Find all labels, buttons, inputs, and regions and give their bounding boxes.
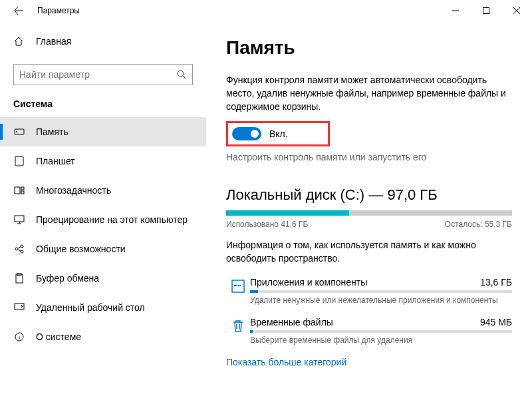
category-bar xyxy=(250,290,512,293)
sidebar-item-shared[interactable]: Общие возможности xyxy=(0,234,206,264)
svg-point-2 xyxy=(178,71,184,77)
sidebar-item-tablet[interactable]: Планшет xyxy=(0,146,206,176)
category-size: 13,6 ГБ xyxy=(480,277,512,288)
category-header: Система xyxy=(0,99,206,109)
category-temp[interactable]: Временные файлы 945 МБ Выберите временны… xyxy=(226,317,512,345)
disk-description: Информация о том, как используется памят… xyxy=(226,238,512,265)
disk-usage-bar xyxy=(226,210,512,216)
category-size: 945 МБ xyxy=(480,317,512,327)
search-input-container[interactable] xyxy=(13,64,193,85)
svg-point-13 xyxy=(21,245,23,248)
svg-rect-8 xyxy=(15,187,20,194)
category-name: Временные файлы xyxy=(250,317,333,327)
trash-icon xyxy=(226,317,250,334)
maximize-icon xyxy=(483,7,489,14)
svg-point-5 xyxy=(16,131,17,132)
sidebar: Главная Система Память Планшет Многозада… xyxy=(0,21,206,420)
disk-used-label: Использовано 41,6 ГБ xyxy=(226,220,308,229)
search-input[interactable] xyxy=(19,69,176,80)
disk-usage-fill xyxy=(226,210,349,216)
close-button[interactable] xyxy=(501,0,532,21)
sidebar-item-label: Проецирование на этот компьютер xyxy=(36,214,188,225)
svg-rect-1 xyxy=(483,8,489,14)
sidebar-item-label: Удаленный рабочий стол xyxy=(36,302,145,313)
svg-rect-9 xyxy=(21,187,24,190)
show-more-link[interactable]: Показать больше категорий xyxy=(226,357,512,367)
category-name: Приложения и компоненты xyxy=(250,277,367,288)
back-button[interactable] xyxy=(8,0,29,21)
svg-point-12 xyxy=(15,248,18,250)
maximize-button[interactable] xyxy=(471,0,501,21)
svg-rect-24 xyxy=(239,285,241,286)
sidebar-item-multitask[interactable]: Многозадачность xyxy=(0,176,206,205)
category-apps[interactable]: Приложения и компоненты 13,6 ГБ Удалите … xyxy=(226,277,512,305)
storage-icon xyxy=(13,126,25,137)
minimize-button[interactable] xyxy=(440,0,471,21)
sidebar-item-remote[interactable]: Удаленный рабочий стол xyxy=(0,293,206,322)
arrow-left-icon xyxy=(14,6,23,15)
search-icon xyxy=(176,69,187,80)
remote-icon xyxy=(13,302,25,313)
svg-rect-22 xyxy=(234,285,237,286)
sidebar-item-label: О системе xyxy=(36,331,81,342)
apps-icon xyxy=(226,277,250,294)
disk-free-label: Осталось: 55,3 ГБ xyxy=(445,220,512,229)
storage-sense-toggle[interactable] xyxy=(232,127,261,140)
multitask-icon xyxy=(13,185,25,196)
sidebar-item-label: Многозадачность xyxy=(36,185,111,196)
home-icon xyxy=(13,36,25,47)
toggle-label: Вкл. xyxy=(269,128,288,139)
projecting-icon xyxy=(13,214,25,225)
sidebar-item-about[interactable]: О системе xyxy=(0,322,206,351)
svg-rect-10 xyxy=(21,191,24,194)
svg-rect-11 xyxy=(15,216,24,222)
minimize-icon xyxy=(452,7,459,14)
svg-point-14 xyxy=(21,250,23,253)
category-hint: Удалите ненужные или нежелательные прило… xyxy=(250,296,512,305)
page-title: Память xyxy=(226,37,512,59)
sidebar-item-label: Буфер обмена xyxy=(36,273,99,284)
window-title: Параметры xyxy=(37,6,80,15)
sidebar-item-label: Планшет xyxy=(36,156,75,166)
svg-point-7 xyxy=(19,164,20,165)
sidebar-item-clipboard[interactable]: Буфер обмена xyxy=(0,264,206,293)
main-content: Память Функция контроля памяти может авт… xyxy=(206,21,532,420)
home-label: Главная xyxy=(36,36,71,47)
sidebar-item-label: Общие возможности xyxy=(36,244,126,254)
sidebar-item-storage[interactable]: Память xyxy=(0,117,206,146)
storage-sense-description: Функция контроля памяти может автоматиче… xyxy=(226,73,512,113)
shared-icon xyxy=(13,244,25,254)
highlight-annotation: Вкл. xyxy=(226,121,330,146)
clipboard-icon xyxy=(13,273,25,284)
close-icon xyxy=(513,7,520,14)
category-bar xyxy=(250,330,512,333)
about-icon xyxy=(13,331,25,342)
configure-link[interactable]: Настроить контроль памяти или запустить … xyxy=(226,152,512,162)
disk-title: Локальный диск (C:) — 97,0 ГБ xyxy=(226,186,512,204)
tablet-icon xyxy=(13,156,25,166)
home-nav[interactable]: Главная xyxy=(0,29,206,53)
svg-line-3 xyxy=(183,76,186,79)
sidebar-item-label: Память xyxy=(36,126,68,137)
category-hint: Выберите временные файлы для удаления xyxy=(250,335,512,345)
sidebar-item-projecting[interactable]: Проецирование на этот компьютер xyxy=(0,205,206,234)
svg-rect-23 xyxy=(237,285,239,286)
